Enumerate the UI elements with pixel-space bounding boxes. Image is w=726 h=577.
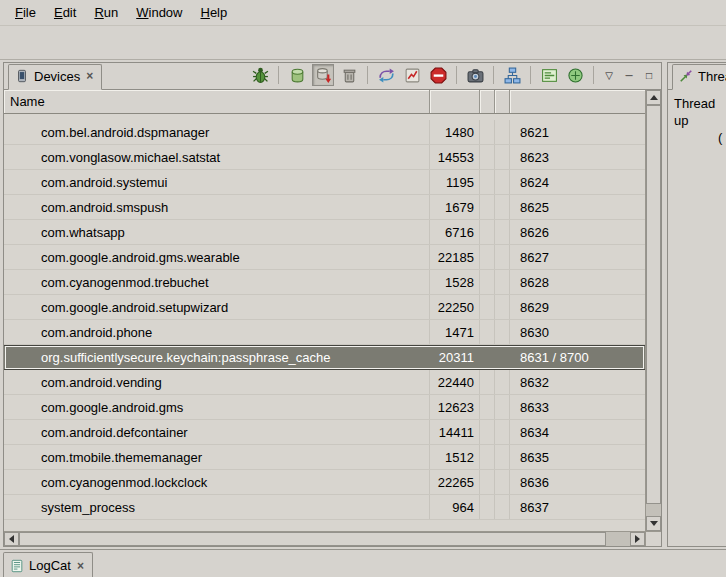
tab-threads[interactable]: Threads bbox=[672, 64, 726, 90]
debug-status-cell bbox=[480, 295, 495, 319]
column-header-port[interactable] bbox=[510, 90, 645, 113]
scroll-up-button[interactable] bbox=[646, 90, 661, 105]
process-pid: 14411 bbox=[430, 420, 480, 444]
process-pid: 22440 bbox=[430, 370, 480, 394]
table-row[interactable]: com.tmobile.thememanager 1512 8635 bbox=[4, 445, 645, 470]
table-row[interactable]: com.android.phone 1471 8630 bbox=[4, 320, 645, 345]
process-port: 8633 bbox=[510, 395, 645, 419]
heap-status-cell bbox=[495, 145, 510, 169]
table-row[interactable]: com.cyanogenmod.trebuchet 1528 8628 bbox=[4, 270, 645, 295]
process-port: 8630 bbox=[510, 320, 645, 344]
update-heap-button[interactable] bbox=[286, 64, 308, 86]
menu-item[interactable]: Window bbox=[127, 1, 191, 24]
devices-view-toolbar: ▽ ─ □ bbox=[249, 64, 661, 89]
stop-process-button[interactable] bbox=[427, 64, 449, 86]
close-icon[interactable]: × bbox=[85, 70, 94, 82]
process-name: com.android.defcontainer bbox=[4, 420, 430, 444]
maximize-icon[interactable]: □ bbox=[641, 66, 657, 84]
threads-tabbar: Threads bbox=[668, 63, 726, 90]
scroll-left-button[interactable] bbox=[4, 532, 19, 546]
process-port: 8625 bbox=[510, 195, 645, 219]
vertical-scroll-thumb[interactable] bbox=[646, 105, 661, 504]
process-port: 8621 bbox=[510, 120, 645, 144]
tab-logcat[interactable]: LogCat × bbox=[3, 552, 93, 577]
update-threads-icon bbox=[378, 67, 395, 84]
table-row[interactable]: com.bel.android.dspmanager 1480 8621 bbox=[4, 120, 645, 145]
process-name: com.tmobile.thememanager bbox=[4, 445, 430, 469]
toolbar-separator bbox=[530, 66, 531, 84]
scroll-down-button[interactable] bbox=[646, 516, 661, 531]
table-row[interactable]: com.google.android.gms.wearable 22185 86… bbox=[4, 245, 645, 270]
up-arrow-icon bbox=[650, 95, 658, 100]
process-name: com.cyanogenmod.lockclock bbox=[4, 470, 430, 494]
heap-status-cell bbox=[495, 220, 510, 244]
threads-icon bbox=[679, 69, 693, 83]
column-header-status2[interactable] bbox=[495, 90, 510, 113]
table-row[interactable]: com.vonglasow.michael.satstat 14553 8623 bbox=[4, 145, 645, 170]
table-row[interactable]: com.android.vending 22440 8632 bbox=[4, 370, 645, 395]
table-row[interactable]: com.google.android.setupwizard 22250 862… bbox=[4, 295, 645, 320]
process-port: 8636 bbox=[510, 470, 645, 494]
debug-status-cell bbox=[480, 245, 495, 269]
toolbar-separator bbox=[456, 66, 457, 84]
table-row[interactable]: org.sufficientlysecure.keychain:passphra… bbox=[4, 345, 645, 370]
threads-message-line2: ( bbox=[674, 129, 726, 146]
threads-content: Thread up ( bbox=[668, 90, 726, 146]
dump-view-hierarchy-button[interactable] bbox=[501, 64, 523, 86]
horizontal-scrollbar[interactable] bbox=[4, 532, 645, 546]
debug-status-cell bbox=[480, 170, 495, 194]
table-row[interactable]: com.whatsapp 6716 8626 bbox=[4, 220, 645, 245]
vertical-scrollbar[interactable] bbox=[645, 90, 661, 531]
table-row[interactable]: com.android.smspush 1679 8625 bbox=[4, 195, 645, 220]
threads-message-line1: Thread up bbox=[674, 95, 726, 129]
heap-status-cell bbox=[495, 320, 510, 344]
logcat-icon bbox=[10, 559, 24, 573]
heap-status-cell bbox=[495, 395, 510, 419]
view-menu-icon[interactable]: ▽ bbox=[601, 66, 617, 84]
table-row[interactable]: com.google.android.gms 12623 8633 bbox=[4, 395, 645, 420]
process-port: 8626 bbox=[510, 220, 645, 244]
menu-item[interactable]: Edit bbox=[45, 1, 85, 24]
horizontal-scrollbar-row bbox=[4, 531, 661, 546]
table-row[interactable]: system_process 964 8637 bbox=[4, 495, 645, 520]
menu-item[interactable]: Help bbox=[191, 1, 236, 24]
process-name: com.android.phone bbox=[4, 320, 430, 344]
process-port: 8634 bbox=[510, 420, 645, 444]
cause-gc-button[interactable] bbox=[338, 64, 360, 86]
process-name: com.vonglasow.michael.satstat bbox=[4, 145, 430, 169]
column-header-name[interactable]: Name bbox=[4, 90, 430, 113]
scroll-right-button[interactable] bbox=[630, 532, 645, 546]
column-header-status1[interactable] bbox=[480, 90, 495, 113]
heap-status-cell bbox=[495, 120, 510, 144]
close-icon[interactable]: × bbox=[76, 560, 85, 572]
column-header-pid[interactable] bbox=[430, 90, 480, 113]
toolbar-separator bbox=[278, 66, 279, 84]
debug-status-cell bbox=[480, 445, 495, 469]
process-table-body: com.bel.android.dspmanager 1480 8621 com… bbox=[4, 114, 645, 531]
process-name: com.cyanogenmod.trebuchet bbox=[4, 270, 430, 294]
screen-capture-button[interactable] bbox=[464, 64, 486, 86]
debug-status-cell bbox=[480, 470, 495, 494]
process-pid: 1480 bbox=[430, 120, 480, 144]
table-row[interactable]: com.android.defcontainer 14411 8634 bbox=[4, 420, 645, 445]
menu-item[interactable]: File bbox=[6, 1, 45, 24]
update-threads-button[interactable] bbox=[375, 64, 397, 86]
debug-process-button[interactable] bbox=[249, 64, 271, 86]
debug-status-cell bbox=[480, 120, 495, 144]
start-method-profiling-button[interactable] bbox=[401, 64, 423, 86]
dump-hprof-button[interactable] bbox=[312, 64, 334, 86]
process-port: 8628 bbox=[510, 270, 645, 294]
heap-status-cell bbox=[495, 420, 510, 444]
table-row[interactable]: com.cyanogenmod.lockclock 22265 8636 bbox=[4, 470, 645, 495]
capture-system-trace-button[interactable] bbox=[538, 64, 560, 86]
menu-item[interactable]: Run bbox=[85, 1, 127, 24]
table-row[interactable]: com.android.systemui 1195 8624 bbox=[4, 170, 645, 195]
process-port: 8629 bbox=[510, 295, 645, 319]
minimize-icon[interactable]: ─ bbox=[621, 66, 637, 84]
process-pid: 6716 bbox=[430, 220, 480, 244]
process-pid: 14553 bbox=[430, 145, 480, 169]
start-opengl-trace-button[interactable] bbox=[564, 64, 586, 86]
horizontal-scroll-thumb[interactable] bbox=[19, 532, 606, 546]
process-pid: 1679 bbox=[430, 195, 480, 219]
tab-devices[interactable]: Devices × bbox=[8, 64, 102, 90]
